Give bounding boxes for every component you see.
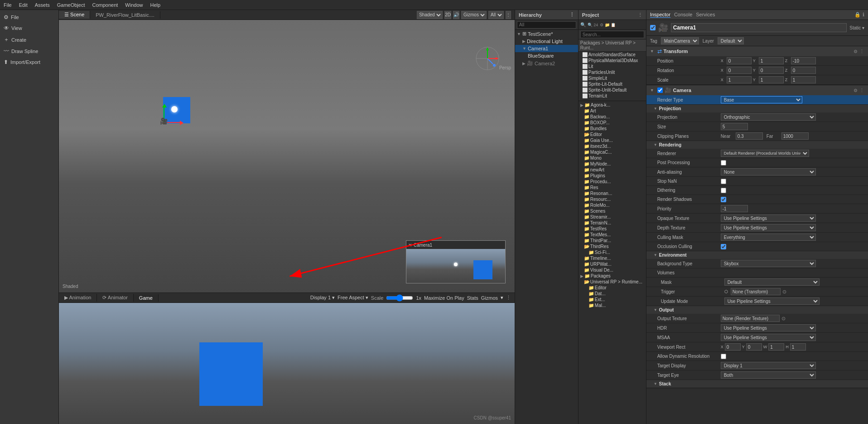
project-item-sprite-lit-default[interactable]: ⬜ Sprite-Lit-Default: [579, 81, 646, 87]
project-tree-testres[interactable]: 📁 TestRes: [579, 226, 646, 232]
render-shadows-checkbox[interactable]: [721, 197, 726, 202]
project-search-input[interactable]: [580, 31, 644, 38]
update-mode-select[interactable]: Use Pipeline Settings: [724, 297, 820, 305]
rendering-subsection[interactable]: ▼ Rendering: [646, 141, 868, 149]
project-tree-plugins[interactable]: 📁 Plugins: [579, 173, 646, 179]
hierarchy-options[interactable]: ⋮: [569, 12, 574, 18]
dithering-checkbox[interactable]: [721, 188, 726, 193]
hdr-select[interactable]: Use Pipeline Settings: [721, 324, 816, 331]
hierarchy-item-camera1[interactable]: ▼ Camera1: [515, 45, 578, 52]
project-item-lit[interactable]: ⬜ Lit: [579, 63, 646, 69]
rotation-x-input[interactable]: 0: [727, 67, 752, 74]
project-tree-editor2[interactable]: 📁 Editor: [579, 285, 646, 291]
project-tree-agora[interactable]: ▶ 📁 Agora-k...: [579, 102, 646, 108]
background-type-select[interactable]: Skybox: [721, 260, 816, 267]
camera-header[interactable]: ▼ 🎥 Camera ⚙ ⋮: [646, 85, 868, 95]
scale-slider[interactable]: [386, 295, 413, 301]
project-item-physicalmaterial3dsmax[interactable]: ⬜ PhysicalMaterial3DsMax: [579, 58, 646, 63]
project-tree-newart[interactable]: 📁 newArt: [579, 167, 646, 173]
stack-subsection[interactable]: ▼ Stack: [646, 380, 868, 388]
tab-game[interactable]: PW_RiverFlow_LitBasic....: [90, 11, 160, 19]
stats-button[interactable]: Stats: [467, 295, 478, 301]
project-tree-packages[interactable]: ▶ 📁 Packages: [579, 273, 646, 279]
far-input[interactable]: 1000: [781, 132, 809, 140]
2d-button[interactable]: 2D: [444, 11, 451, 19]
tab-animation[interactable]: ▶ Animation: [59, 294, 97, 302]
project-tree-mono[interactable]: 📁 Mono: [579, 155, 646, 161]
output-texture-input[interactable]: [721, 315, 780, 322]
project-tree-thirdres[interactable]: 📂 ThirdRes: [579, 244, 646, 249]
camera-context-icon[interactable]: ⋮: [859, 88, 864, 93]
project-tree-ext[interactable]: 📁 Ext...: [579, 297, 646, 302]
post-processing-checkbox[interactable]: [721, 160, 726, 166]
layer-select[interactable]: Default: [718, 37, 744, 44]
project-tree-mal[interactable]: 📁 Mal...: [579, 302, 646, 308]
culling-mask-select[interactable]: Everything: [721, 234, 816, 241]
position-x-input[interactable]: 0: [727, 57, 752, 64]
scene-viewport[interactable]: 🎥: [59, 20, 515, 292]
hierarchy-item-testscene[interactable]: ▼ ⊞ TestScene*: [515, 30, 578, 38]
static-dropdown[interactable]: Static ▾: [849, 25, 864, 30]
project-tree-timelines[interactable]: 📁 Timeline...: [579, 255, 646, 261]
create-button[interactable]: ＋ Create: [0, 34, 58, 46]
menu-gameobject[interactable]: GameObject: [57, 2, 85, 8]
environment-subsection[interactable]: ▼ Environment: [646, 251, 868, 259]
project-tree-universalrp[interactable]: 📂 Universal RP > Runtime...: [579, 279, 646, 285]
project-tree-bundles[interactable]: 📁 Bundles: [579, 126, 646, 132]
scale-x-input[interactable]: 1: [727, 76, 752, 83]
project-tree-boxop[interactable]: 📁 BOXOP...: [579, 120, 646, 126]
maximize-on-play[interactable]: Maximize On Play: [424, 295, 464, 301]
projection-select[interactable]: Orthographic Perspective: [721, 113, 816, 121]
viewport-w-input[interactable]: 1: [768, 343, 784, 351]
tab-services[interactable]: Services: [696, 12, 715, 18]
import-export-button[interactable]: ⬆ Import/Export: [0, 57, 58, 68]
options-button[interactable]: ⚙ File: [0, 12, 58, 23]
project-options[interactable]: ⋮: [638, 12, 642, 17]
draw-spline-button[interactable]: 〰 Draw Spline: [0, 46, 58, 57]
project-item-sprite-unlit-default[interactable]: ⬜ Sprite-Unlit-Default: [579, 87, 646, 93]
viewport-x-input[interactable]: 0: [725, 343, 741, 351]
near-input[interactable]: 0.3: [736, 132, 763, 140]
menu-window[interactable]: Window: [125, 2, 143, 8]
scale-y-input[interactable]: 1: [759, 76, 784, 83]
viewport-y-input[interactable]: 0: [746, 343, 762, 351]
project-tree-dat[interactable]: 📁 Dat...: [579, 291, 646, 297]
menu-assets[interactable]: Assets: [35, 2, 50, 8]
target-eye-select[interactable]: Both: [721, 371, 816, 379]
occlusion-culling-checkbox[interactable]: [721, 244, 726, 249]
msaa-select[interactable]: Use Pipeline Settings: [721, 334, 816, 341]
project-tree-scenes[interactable]: 📁 Scenes: [579, 208, 646, 214]
project-tree-resonan[interactable]: 📁 Resonan...: [579, 190, 646, 196]
game-panel-options[interactable]: ⋮: [506, 295, 511, 301]
mini-viewport[interactable]: ✕ Camera1: [406, 240, 506, 283]
tag-select[interactable]: MainCamera: [661, 37, 699, 44]
object-name-input[interactable]: [671, 23, 847, 32]
opaque-texture-select[interactable]: Use Pipeline Settings: [721, 214, 816, 222]
project-tree-thirdpar[interactable]: 📁 ThirdPar...: [579, 238, 646, 244]
hierarchy-item-bluesquare[interactable]: BlueSquare: [515, 52, 578, 59]
scene-options-button[interactable]: ⋮: [506, 11, 511, 19]
project-item-arnoldstandardsurface[interactable]: ⬜ ArnoldStandardSurface: [579, 52, 646, 58]
audio-button[interactable]: 🔊: [453, 11, 459, 19]
hierarchy-item-directional-light[interactable]: ▶ Directional Light: [515, 38, 578, 45]
menu-help[interactable]: Help: [150, 2, 160, 8]
projection-subsection[interactable]: ▼ Projection: [646, 105, 868, 112]
project-tree-resourc[interactable]: 📁 Resourc...: [579, 196, 646, 202]
hierarchy-search[interactable]: [517, 21, 576, 29]
all-select[interactable]: All: [488, 11, 504, 19]
rotation-z-input[interactable]: 0: [791, 67, 816, 74]
game-view[interactable]: CSDN @ssuper41: [59, 303, 515, 424]
project-tree-itseez3d[interactable]: 📁 itseez3d...: [579, 143, 646, 149]
project-tree-terrainn[interactable]: 📁 TerrainN...: [579, 220, 646, 226]
lock-icon[interactable]: 🔒: [854, 12, 861, 18]
scale-z-input[interactable]: 1: [791, 76, 816, 83]
gizmos-button[interactable]: Gizmos: [481, 295, 498, 301]
project-tree-res[interactable]: 📁 Res: [579, 185, 646, 190]
project-tree-mynode[interactable]: 📁 MyNode...: [579, 161, 646, 167]
render-type-select[interactable]: Base: [721, 96, 802, 103]
info-icon[interactable]: ℹ: [863, 12, 864, 18]
project-tree-editor[interactable]: 📂 Editor: [579, 132, 646, 137]
project-tree-urpwat[interactable]: 📁 URPWat...: [579, 261, 646, 267]
project-tree-visualde[interactable]: 📁 Visual De...: [579, 267, 646, 273]
rotation-y-input[interactable]: 0: [759, 67, 784, 74]
